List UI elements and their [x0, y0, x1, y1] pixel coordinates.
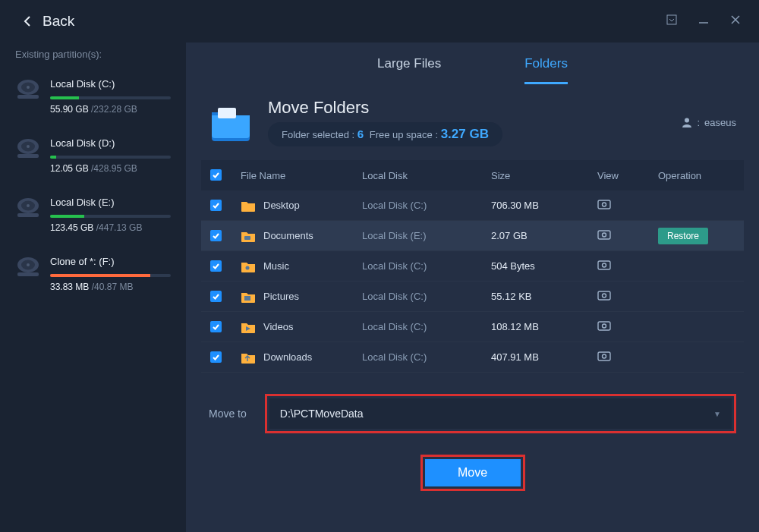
- row-disk: Local Disk (C:): [362, 200, 491, 211]
- usage-text: 33.83 MB /40.87 MB: [50, 282, 171, 292]
- tab-folders[interactable]: Folders: [524, 56, 568, 84]
- select-all-checkbox[interactable]: [210, 169, 222, 181]
- dropdown-icon[interactable]: [666, 14, 677, 28]
- col-view: View: [597, 170, 658, 181]
- row-size: 55.12 KB: [491, 291, 597, 302]
- move-button[interactable]: Move: [425, 459, 521, 486]
- tabs: Large Files Folders: [186, 42, 759, 84]
- svg-rect-31: [598, 291, 610, 300]
- table-row[interactable]: Downloads Local Disk (C:) 407.91 MB: [201, 342, 744, 373]
- usage-bar: [50, 156, 171, 159]
- table-row[interactable]: Videos Local Disk (C:) 108.12 MB: [201, 312, 744, 342]
- row-filename: Desktop: [241, 199, 362, 212]
- row-size: 2.07 GB: [491, 230, 597, 241]
- titlebar: Back: [0, 0, 759, 42]
- tab-large-files[interactable]: Large Files: [377, 56, 441, 84]
- svg-point-32: [603, 294, 606, 297]
- partition-item[interactable]: Local Disk (E:) 123.45 GB /447.13 GB: [11, 189, 175, 248]
- row-disk: Local Disk (C:): [362, 291, 491, 302]
- partition-item[interactable]: Clone of *: (F:) 33.83 MB /40.87 MB: [11, 248, 175, 307]
- col-filename: File Name: [241, 170, 362, 181]
- header-row: Move Folders Folder selected : 6 Free up…: [186, 84, 759, 154]
- col-disk: Local Disk: [362, 170, 491, 181]
- row-checkbox[interactable]: [210, 260, 222, 272]
- view-button[interactable]: [597, 320, 658, 334]
- row-disk: Local Disk (C:): [362, 351, 491, 363]
- view-button[interactable]: [597, 350, 658, 364]
- row-checkbox[interactable]: [210, 351, 222, 363]
- svg-point-10: [27, 145, 30, 148]
- svg-rect-11: [17, 154, 39, 158]
- header-summary: Folder selected : 6 Free up space : 3.27…: [268, 122, 502, 146]
- row-filename: Documents: [241, 229, 362, 243]
- svg-rect-25: [598, 231, 610, 239]
- svg-rect-30: [244, 296, 250, 301]
- partition-label: Local Disk (C:): [50, 78, 171, 90]
- svg-point-37: [603, 354, 606, 358]
- user-icon: [682, 117, 692, 127]
- sidebar-title: Existing partition(s):: [11, 42, 175, 71]
- partition-label: Clone of *: (F:): [50, 256, 171, 267]
- move-to-path: D:\PCTMoveData: [280, 408, 364, 420]
- svg-rect-0: [667, 15, 676, 24]
- table-row[interactable]: Music Local Disk (C:) 504 Bytes: [201, 251, 744, 282]
- svg-rect-7: [17, 95, 39, 99]
- table-row[interactable]: Pictures Local Disk (C:) 55.12 KB: [201, 282, 744, 312]
- svg-point-23: [603, 203, 606, 206]
- table-header: File Name Local Disk Size View Operation: [201, 160, 744, 190]
- col-operation: Operation: [658, 170, 744, 181]
- window-controls: [666, 14, 741, 28]
- chevron-down-icon: ▼: [713, 410, 721, 418]
- usage-bar: [50, 96, 171, 99]
- move-to-label: Move to: [209, 408, 247, 420]
- page-title: Move Folders: [268, 98, 666, 118]
- svg-rect-22: [598, 200, 610, 209]
- row-checkbox[interactable]: [210, 230, 222, 241]
- main-panel: Large Files Folders Move Folders Folder …: [186, 42, 759, 532]
- view-button[interactable]: [597, 228, 658, 243]
- partition-item[interactable]: Local Disk (C:) 55.90 GB /232.28 GB: [11, 71, 175, 130]
- move-to-dropdown[interactable]: D:\PCTMoveData ▼: [269, 398, 732, 429]
- row-checkbox[interactable]: [210, 321, 222, 332]
- row-filename: Music: [241, 260, 362, 273]
- svg-point-35: [603, 324, 606, 328]
- sidebar: Existing partition(s): Local Disk (C:) 5…: [0, 42, 186, 532]
- table-row[interactable]: Documents Local Disk (E:) 2.07 GB Restor…: [201, 221, 744, 251]
- back-label: Back: [43, 13, 74, 30]
- folder-big-icon: [209, 100, 253, 144]
- view-button[interactable]: [597, 289, 658, 304]
- table-row[interactable]: Desktop Local Disk (C:) 706.30 MB: [201, 190, 744, 221]
- minimize-icon[interactable]: [698, 14, 709, 28]
- usage-bar: [50, 274, 171, 277]
- row-filename: Downloads: [241, 351, 362, 364]
- view-button[interactable]: [597, 259, 658, 273]
- back-button[interactable]: Back: [18, 12, 74, 30]
- svg-rect-20: [218, 108, 236, 118]
- move-to-highlight: D:\PCTMoveData ▼: [265, 394, 736, 433]
- restore-button[interactable]: Restore: [658, 228, 708, 244]
- partition-item[interactable]: Local Disk (D:) 12.05 GB /428.95 GB: [11, 130, 175, 189]
- folder-table: File Name Local Disk Size View Operation…: [201, 160, 744, 373]
- row-disk: Local Disk (E:): [362, 230, 491, 241]
- usage-text: 123.45 GB /447.13 GB: [50, 222, 171, 233]
- svg-point-29: [603, 263, 606, 267]
- move-button-highlight: Move: [420, 455, 525, 491]
- svg-rect-15: [17, 213, 39, 217]
- row-size: 706.30 MB: [491, 200, 597, 211]
- svg-rect-24: [244, 236, 250, 240]
- svg-rect-34: [598, 322, 610, 330]
- svg-point-6: [27, 86, 30, 89]
- svg-point-27: [246, 266, 250, 269]
- row-checkbox[interactable]: [210, 291, 222, 302]
- svg-point-14: [27, 204, 30, 207]
- partition-label: Local Disk (D:): [50, 137, 171, 149]
- svg-point-21: [685, 118, 689, 123]
- svg-point-26: [603, 233, 606, 237]
- close-icon[interactable]: [730, 14, 741, 28]
- view-button[interactable]: [597, 198, 658, 212]
- move-to-section: Move to D:\PCTMoveData ▼: [186, 373, 759, 447]
- arrow-left-icon: [18, 12, 36, 30]
- row-checkbox[interactable]: [210, 200, 222, 211]
- usage-text: 12.05 GB /428.95 GB: [50, 163, 171, 174]
- user-chip[interactable]: : easeus: [682, 117, 736, 128]
